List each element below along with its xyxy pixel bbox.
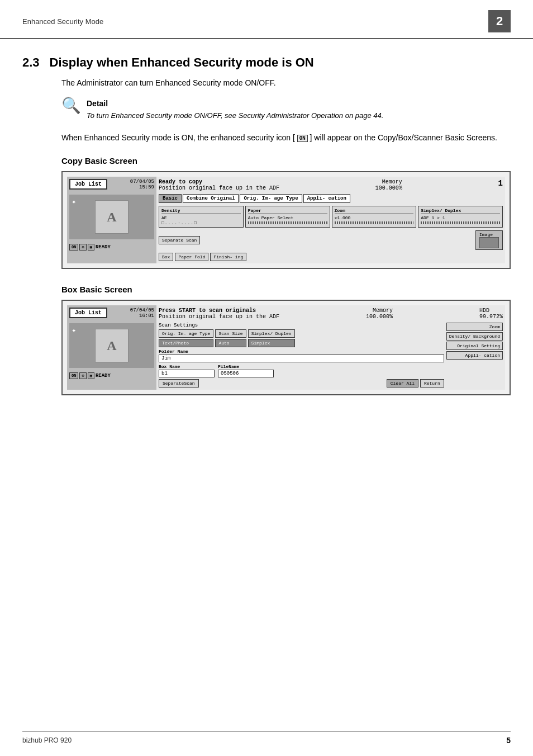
- detail-text: To turn Enhanced Security mode ON/OFF, s…: [87, 110, 383, 121]
- scan-controls-row: Orig. Im- age Type Text/Photo Scan Size …: [159, 329, 444, 347]
- paper-bar: [248, 221, 327, 224]
- folder-label: Folder Name: [159, 349, 444, 354]
- copy-left-panel: Job List 07/04/05 15:59 A ✦ ON ⚙ ▣ READY: [67, 177, 156, 263]
- scan-size-value[interactable]: Auto: [215, 339, 246, 347]
- duplex-value: ADF 1 > 1: [421, 215, 500, 220]
- filename-value: 050506: [218, 370, 274, 377]
- filename-group: FileName 050506: [218, 364, 274, 377]
- scan-settings-title: Scan Settings: [159, 323, 444, 328]
- tab-application[interactable]: Appli- cation: [303, 194, 350, 203]
- section-heading: 2.3 Display when Enhanced Security mode …: [22, 55, 511, 70]
- security-icon-box: ON: [69, 372, 78, 379]
- separate-scan-button-box[interactable]: SeparateScan: [159, 379, 199, 388]
- paper-value: Auto Paper Select: [248, 215, 327, 220]
- box-status-icons: ON ⚙ ▣ READY: [69, 372, 154, 379]
- intro-text: The Administrator can turn Enhanced Secu…: [61, 77, 511, 89]
- finishing-button[interactable]: Finish- ing: [210, 253, 246, 261]
- settings-icon-box: ⚙: [79, 372, 86, 379]
- density-control: Density AE □....·....□: [159, 206, 244, 228]
- duplex-value-box[interactable]: Simplex: [248, 339, 295, 347]
- box-button[interactable]: Box: [159, 253, 173, 261]
- main-content: 2.3 Display when Enhanced Security mode …: [0, 39, 533, 433]
- box-time: 16:01: [130, 313, 154, 319]
- side-buttons: Zoom Density/ Background Original Settin…: [446, 323, 503, 388]
- tab-orig-type[interactable]: Orig. Im- age Type: [240, 194, 302, 203]
- detail-label: Detail: [87, 99, 383, 108]
- density-side-btn[interactable]: Density/ Background: [446, 332, 503, 341]
- copy-status: Ready to copy Position original face up …: [159, 179, 279, 191]
- copy-page-num: 1: [498, 179, 503, 188]
- page-header: Enhanced Security Mode 2: [0, 0, 533, 39]
- copy-status-line1: Ready to copy: [159, 179, 279, 185]
- copy-time: 15:59: [130, 185, 154, 190]
- box-datetime: 07/04/05 16:01: [130, 308, 154, 319]
- original-setting-btn[interactable]: Original Setting: [446, 342, 503, 350]
- copy-preview-corner: ✦: [72, 197, 76, 206]
- body-text-part1: When Enhanced Security mode is ON, the e…: [61, 133, 295, 142]
- zoom-label: Zoom: [335, 208, 414, 214]
- box-preview-image: A: [95, 329, 129, 362]
- tab-basic[interactable]: Basic: [159, 194, 182, 203]
- box-job-list-button[interactable]: Job List: [69, 308, 107, 318]
- orig-type-value[interactable]: Text/Photo: [159, 339, 213, 347]
- copy-date: 07/04/05: [130, 179, 154, 185]
- box-left-panel: Job List 07/04/05 16:01 A ✦ ON ⚙ ▣ READY: [67, 305, 156, 390]
- box-memory: Memory 100.000%: [366, 308, 393, 320]
- box-hdd-pct: 99.972%: [479, 314, 503, 320]
- copy-status-line2: Position original face up in the ADF: [159, 185, 279, 191]
- box-date: 07/04/05: [130, 308, 154, 313]
- copy-status-icons: ON ⚙ ▣ READY: [69, 244, 154, 251]
- copy-memory-pct: 100.000%: [375, 185, 402, 191]
- separate-scan-button[interactable]: Separate Scan: [159, 236, 200, 244]
- box-screen: Job List 07/04/05 16:01 A ✦ ON ⚙ ▣ READY: [67, 305, 505, 390]
- box-action-row: SeparateScan Clear All Return: [159, 379, 444, 388]
- zoom-side-btn[interactable]: Zoom: [446, 323, 503, 331]
- appli-side-btn[interactable]: Appli- cation: [446, 351, 503, 360]
- body-text: When Enhanced Security mode is ON, the e…: [61, 131, 511, 144]
- security-icon-copy: ON: [69, 244, 78, 251]
- box-hdd-label: HDD: [479, 308, 503, 314]
- job-list-button[interactable]: Job List: [69, 179, 107, 190]
- copy-bottom-row2: Box Paper Fold Finish- ing: [159, 253, 503, 261]
- header-title: Enhanced Security Mode: [22, 17, 103, 26]
- box-filename-row: Box Name b1 FileName 050506: [159, 364, 444, 377]
- duplex-control: Simplex/ Duplex ADF 1 > 1: [418, 206, 503, 228]
- box-top-bar: Press START to scan originals Position o…: [159, 308, 503, 320]
- box-screen-frame: Job List 07/04/05 16:01 A ✦ ON ⚙ ▣ READY: [61, 300, 511, 395]
- paper-fold-button[interactable]: Paper Fold: [175, 253, 208, 261]
- box-memory-pct: 100.000%: [366, 314, 393, 320]
- copy-bottom-row: Separate Scan Image: [159, 230, 503, 250]
- copy-memory: Memory 100.000%: [375, 179, 402, 191]
- paper-label: Paper: [248, 208, 327, 214]
- section-title: Display when Enhanced Security mode is O…: [50, 55, 314, 70]
- footer-product: bizhub PRO 920: [22, 736, 72, 744]
- box-name-value: b1: [159, 370, 215, 377]
- copy-controls-grid: Density AE □....·....□ Paper Auto Paper …: [159, 206, 503, 228]
- box-status-line1: Press START to scan originals: [159, 308, 279, 314]
- tab-combine[interactable]: Combine Original: [183, 194, 239, 203]
- ready-icon-box: ▣: [88, 372, 94, 379]
- return-button[interactable]: Return: [420, 379, 444, 388]
- image-label: Image: [479, 232, 499, 237]
- scan-settings-row: Scan Settings Orig. Im- age Type Text/Ph…: [159, 323, 503, 388]
- detail-box: 🔍 Detail To turn Enhanced Security mode …: [61, 99, 511, 121]
- duplex-bar: [421, 221, 500, 224]
- copy-memory-label: Memory: [375, 179, 402, 185]
- copy-preview-image: A: [95, 200, 129, 234]
- box-right-panel: Press START to scan originals Position o…: [156, 305, 505, 390]
- orig-type-group: Orig. Im- age Type Text/Photo: [159, 329, 213, 347]
- filename-label: FileName: [218, 364, 274, 369]
- box-memory-label: Memory: [366, 308, 393, 314]
- paper-control: Paper Auto Paper Select: [245, 206, 330, 228]
- scan-size-label: Scan Size: [215, 329, 246, 338]
- scan-size-group: Scan Size Auto: [215, 329, 246, 347]
- section-number: 2.3: [22, 55, 40, 70]
- copy-screen: Job List 07/04/05 15:59 A ✦ ON ⚙ ▣ READY: [67, 177, 505, 263]
- clear-all-button[interactable]: Clear All: [387, 379, 418, 388]
- page-number: 2: [488, 10, 511, 32]
- folder-value: Jim: [159, 355, 444, 362]
- zoom-control: Zoom x1.000: [332, 206, 417, 228]
- detail-content: Detail To turn Enhanced Security mode ON…: [87, 99, 383, 121]
- copy-right-panel: Ready to copy Position original face up …: [156, 177, 505, 263]
- density-bar: □....·....□: [161, 220, 241, 225]
